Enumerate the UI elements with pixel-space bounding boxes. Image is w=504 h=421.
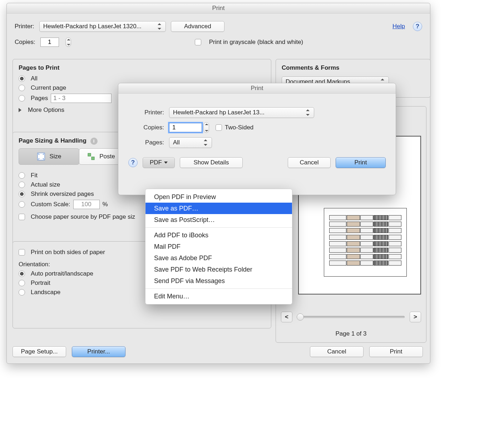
radio-pages[interactable] — [19, 95, 25, 101]
radio-landscape[interactable] — [19, 289, 25, 296]
window-title-text: Print — [212, 5, 225, 11]
menu-save-as-pdf[interactable]: Save as PDF… — [145, 203, 292, 214]
sheet-copies-label: Copies: — [128, 124, 164, 131]
pages-range-input[interactable] — [51, 94, 112, 103]
radio-actual[interactable] — [19, 182, 25, 188]
printer-value: Hewlett-Packard hp LaserJet 1320... — [43, 23, 142, 30]
cancel-button[interactable]: Cancel — [310, 346, 364, 357]
menu-separator — [145, 288, 292, 289]
page-setup-button[interactable]: Page Setup... — [13, 346, 66, 357]
preview-grid — [329, 215, 401, 267]
sheet-copies-input[interactable] — [169, 123, 202, 132]
size-icon — [36, 152, 46, 161]
menu-add-to-ibooks[interactable]: Add PDF to iBooks — [145, 229, 292, 241]
radio-portrait[interactable] — [19, 280, 25, 286]
footer-right: Cancel Print — [310, 346, 423, 357]
print-button[interactable]: Print — [369, 346, 423, 357]
copies-stepper[interactable] — [65, 38, 71, 47]
sheet-printer-label: Printer: — [128, 109, 164, 116]
comments-title: Comments & Forms — [282, 64, 425, 71]
grayscale-label: Print in grayscale (black and white) — [209, 39, 303, 46]
poster-icon — [87, 152, 96, 161]
disclosure-icon[interactable] — [19, 108, 21, 112]
menu-save-as-adobe-pdf[interactable]: Save as Adobe PDF — [145, 252, 292, 264]
printer-label: Printer: — [15, 23, 34, 30]
pdf-menu: Open PDF in Preview Save as PDF… Save as… — [145, 189, 292, 304]
zoom-row: < > — [281, 312, 421, 322]
sheet-title: Print — [118, 83, 396, 94]
radio-shrink[interactable] — [19, 191, 25, 197]
window-title: Print — [7, 3, 430, 14]
chevron-down-icon — [164, 162, 168, 164]
printer-select[interactable]: Hewlett-Packard hp LaserJet 1320... — [39, 21, 166, 32]
menu-save-as-postscript[interactable]: Save as PostScript… — [145, 214, 292, 226]
sheet-body: Printer: Hewlett-Packard hp LaserJet 13.… — [118, 94, 396, 179]
menu-mail-pdf[interactable]: Mail PDF — [145, 241, 292, 252]
page-indicator: Page 1 of 3 — [276, 330, 426, 337]
tab-size[interactable]: Size — [19, 148, 79, 165]
copies-label: Copies: — [15, 39, 35, 46]
footer-left: Page Setup... Printer... — [13, 346, 125, 357]
sheet-print-button[interactable]: Print — [336, 157, 386, 168]
help-link[interactable]: Help — [392, 23, 405, 30]
svg-rect-2 — [92, 157, 94, 160]
chevrons-icon — [157, 23, 162, 30]
zoom-slider[interactable] — [297, 316, 405, 318]
menu-edit[interactable]: Edit Menu… — [145, 291, 292, 302]
grayscale-checkbox[interactable] — [195, 39, 201, 45]
printer-button[interactable]: Printer... — [72, 346, 125, 357]
more-options[interactable]: More Options — [28, 107, 64, 114]
zoom-thumb[interactable] — [297, 313, 304, 321]
prev-page-button[interactable]: < — [281, 312, 292, 322]
next-page-button[interactable]: > — [410, 312, 421, 322]
info-icon[interactable]: i — [90, 138, 98, 145]
help-icon[interactable]: ? — [413, 22, 422, 31]
preview-content — [324, 208, 407, 277]
chevrons-icon — [203, 139, 208, 146]
show-details-button[interactable]: Show Details — [180, 157, 243, 168]
sheet-copies-stepper[interactable] — [203, 122, 209, 133]
menu-web-receipts[interactable]: Save PDF to Web Receipts Folder — [145, 264, 292, 275]
menu-open-preview[interactable]: Open PDF in Preview — [145, 191, 292, 203]
two-sided-checkbox[interactable] — [216, 124, 222, 131]
svg-rect-1 — [88, 153, 91, 156]
radio-custom[interactable] — [19, 201, 25, 208]
advanced-button[interactable]: Advanced — [171, 21, 224, 32]
tab-poster[interactable]: Poste — [79, 148, 123, 165]
radio-auto-orient[interactable] — [19, 271, 25, 277]
menu-send-via-messages[interactable]: Send PDF via Messages — [145, 275, 292, 287]
scale-input[interactable] — [73, 200, 100, 209]
both-sides-checkbox[interactable] — [19, 249, 25, 256]
sheet-cancel-button[interactable]: Cancel — [288, 157, 331, 168]
system-print-sheet: Print Printer: Hewlett-Packard hp LaserJ… — [118, 83, 396, 195]
sheet-pages-label: Pages: — [128, 139, 164, 146]
copies-input[interactable] — [40, 38, 59, 47]
radio-current[interactable] — [19, 85, 25, 91]
header-controls: Printer: Hewlett-Packard hp LaserJet 132… — [15, 21, 422, 51]
sheet-printer-select[interactable]: Hewlett-Packard hp LaserJet 13... — [169, 107, 314, 118]
paper-source-checkbox[interactable] — [19, 214, 25, 220]
pdf-menu-button[interactable]: PDF — [143, 157, 175, 168]
chevrons-icon — [305, 109, 310, 116]
radio-fit[interactable] — [19, 172, 25, 179]
radio-all[interactable] — [19, 75, 25, 82]
sheet-help-icon[interactable]: ? — [128, 158, 138, 167]
pages-title: Pages to Print — [19, 64, 265, 71]
sheet-pages-select[interactable]: All — [169, 137, 212, 148]
menu-separator — [145, 227, 292, 228]
